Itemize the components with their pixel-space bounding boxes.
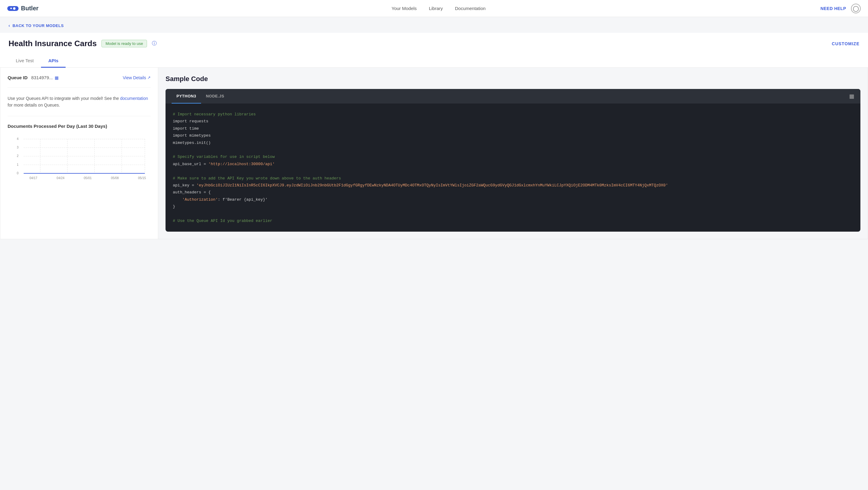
svg-text:04/24: 04/24: [57, 176, 64, 180]
logo-dot-left: [10, 8, 12, 9]
svg-text:1: 1: [17, 163, 19, 166]
code-line-8: api_base_url = 'http://localhost:30000/a…: [173, 161, 853, 168]
queue-id-value: 8314979... ▦: [31, 75, 59, 80]
code-line-5: mimetypes.init(): [173, 139, 853, 146]
code-line-15: [173, 210, 853, 217]
svg-text:05/15: 05/15: [138, 176, 146, 180]
tab-live-test[interactable]: Live Test: [8, 54, 41, 68]
code-tabs-bar: PYTHON3 NODE.JS ▦: [165, 89, 860, 103]
page-title: Health Insurance Cards: [8, 39, 97, 48]
view-details-label: View Details: [123, 75, 146, 80]
logo[interactable]: Butler: [7, 5, 38, 12]
code-tab-nodejs[interactable]: NODE.JS: [201, 89, 229, 103]
queue-id-number: 8314979...: [31, 75, 53, 80]
tab-apis[interactable]: APIs: [41, 54, 66, 68]
code-line-16: # Use the Queue API Id you grabbed earli…: [173, 217, 853, 224]
copy-queue-id-icon[interactable]: ▦: [55, 75, 59, 80]
chart-title: Documents Processed Per Day (Last 30 Day…: [8, 124, 151, 129]
code-line-3: import time: [173, 125, 853, 132]
right-panel: Sample Code PYTHON3 NODE.JS ▦ # Import n…: [158, 68, 868, 239]
header: Butler Your Models Library Documentation…: [0, 0, 868, 17]
description-box: Use your Queues API to integrate with yo…: [8, 95, 151, 116]
code-line-6: [173, 146, 853, 153]
svg-text:4: 4: [17, 137, 19, 140]
chart-svg: 4 3 2 1 0: [8, 135, 151, 183]
sample-code-title: Sample Code: [165, 75, 860, 83]
documentation-link[interactable]: documentation: [120, 96, 148, 101]
svg-text:05/01: 05/01: [84, 176, 92, 180]
svg-text:3: 3: [17, 146, 19, 149]
code-tab-python3[interactable]: PYTHON3: [172, 89, 201, 103]
info-icon[interactable]: ⓘ: [152, 40, 157, 47]
content-wrapper: Queue ID 8314979... ▦ View Details ↗ Use…: [0, 68, 868, 239]
page-title-area: Health Insurance Cards Model is ready to…: [0, 33, 868, 68]
nav-documentation[interactable]: Documentation: [455, 5, 486, 12]
main-content: Queue ID 8314979... ▦ View Details ↗ Use…: [0, 68, 868, 239]
code-line-1: # Import necessary python libraries: [173, 111, 853, 118]
description-part1: Use your Queues API to integrate with yo…: [8, 96, 119, 101]
customize-button[interactable]: CUSTOMIZE: [832, 41, 860, 46]
copy-code-button[interactable]: ▦: [849, 93, 854, 100]
nav-your-models[interactable]: Your Models: [392, 5, 417, 12]
view-details-link[interactable]: View Details ↗: [123, 75, 151, 80]
code-line-12: auth_headers = {: [173, 189, 853, 196]
code-line-10: # Make sure to add the API Key you wrote…: [173, 175, 853, 182]
back-link[interactable]: ‹ BACK TO YOUR MODELS: [0, 17, 868, 33]
left-panel: Queue ID 8314979... ▦ View Details ↗ Use…: [0, 68, 158, 239]
logo-icon: [7, 6, 19, 11]
code-line-9: [173, 168, 853, 174]
back-link-label: BACK TO YOUR MODELS: [12, 23, 64, 28]
queue-id-row: Queue ID 8314979... ▦ View Details ↗: [8, 75, 151, 88]
nav-library[interactable]: Library: [429, 5, 443, 12]
logo-dot-right: [13, 7, 16, 10]
code-line-4: import mimetypes: [173, 132, 853, 139]
logo-text: Butler: [21, 5, 38, 12]
code-line-7: # Specify variables for use in script be…: [173, 153, 853, 160]
svg-text:2: 2: [17, 154, 19, 158]
description-text: Use your Queues API to integrate with yo…: [8, 95, 151, 109]
code-line-2: import requests: [173, 118, 853, 125]
code-line-13: 'Authorization': f'Bearer {api_key}': [173, 196, 853, 203]
status-badge: Model is ready to use: [101, 40, 147, 47]
description-part2: for more details on Queues.: [8, 103, 60, 107]
svg-text:05/08: 05/08: [111, 176, 119, 180]
chart-section: Documents Processed Per Day (Last 30 Day…: [8, 124, 151, 183]
queue-id-label: Queue ID: [8, 75, 28, 80]
main-nav: Your Models Library Documentation: [57, 5, 820, 12]
need-help-button[interactable]: NEED HELP: [820, 6, 846, 11]
status-badge-text: Model is ready to use: [105, 41, 143, 46]
code-line-14: }: [173, 203, 853, 210]
back-arrow-icon: ‹: [8, 23, 10, 28]
svg-text:0: 0: [17, 171, 19, 175]
page-title-row: Health Insurance Cards Model is ready to…: [8, 39, 860, 48]
header-right: NEED HELP ◯: [820, 4, 861, 13]
external-link-icon: ↗: [147, 75, 151, 80]
code-container: PYTHON3 NODE.JS ▦ # Import necessary pyt…: [165, 89, 860, 232]
svg-text:04/17: 04/17: [29, 176, 37, 180]
page-title-left: Health Insurance Cards Model is ready to…: [8, 39, 157, 48]
code-line-11: api_key = 'eyJhbGciOiJIUzI1NiIsInR5cCI6I…: [173, 182, 853, 189]
chart-area: 4 3 2 1 0: [8, 135, 151, 183]
tabs: Live Test APIs: [8, 54, 860, 67]
user-avatar[interactable]: ◯: [851, 4, 861, 13]
code-block: # Import necessary python libraries impo…: [165, 103, 860, 232]
